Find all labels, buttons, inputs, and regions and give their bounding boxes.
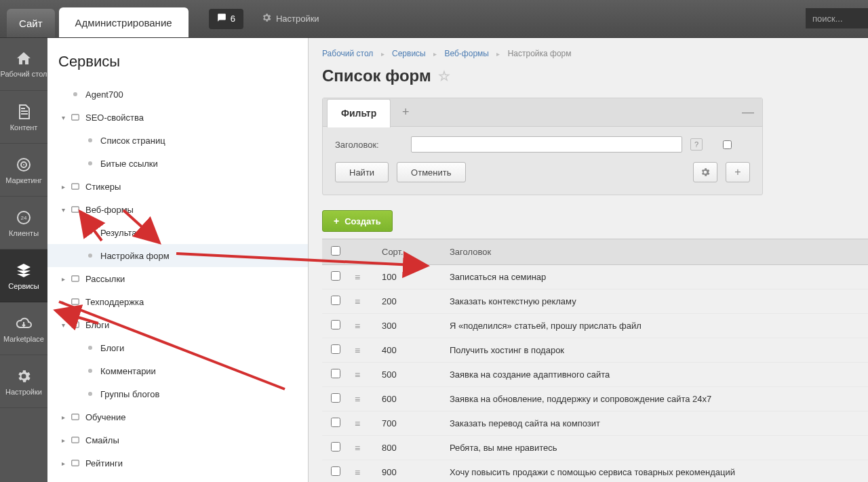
tree-item[interactable]: ▸Рейтинги <box>47 451 308 475</box>
top-settings-button[interactable]: Настройки <box>256 9 325 29</box>
folder-icon <box>71 320 80 329</box>
drag-handle-icon[interactable]: ≡ <box>355 369 359 380</box>
toggle-icon[interactable]: ▸ <box>60 183 66 190</box>
toggle-icon[interactable]: ▸ <box>60 460 66 467</box>
table-row[interactable]: ≡200Заказать контекстную рекламу <box>322 289 868 314</box>
drag-handle-icon[interactable]: ≡ <box>355 345 359 356</box>
tree-item[interactable]: Список страниц <box>47 129 308 152</box>
table-row[interactable]: ≡300Я «поделился» статьей, прошу прислат… <box>322 314 868 338</box>
row-checkbox[interactable] <box>331 296 340 305</box>
drag-handle-icon[interactable]: ≡ <box>355 272 359 283</box>
tree-item[interactable]: Комментарии <box>47 359 308 382</box>
notification-button[interactable]: 6 <box>209 9 243 29</box>
tree-item[interactable]: ▸Стикеры <box>47 175 308 198</box>
tree-item-label: Комментарии <box>100 366 156 376</box>
toggle-icon[interactable]: ▸ <box>60 437 66 444</box>
filter-checkbox[interactable] <box>723 140 732 149</box>
rail-clients[interactable]: 24 Клиенты <box>0 197 47 249</box>
table-row[interactable]: ≡900Хочу повысить продажи с помощью серв… <box>322 460 868 483</box>
rail-settings[interactable]: Настройки <box>0 355 47 408</box>
help-icon[interactable]: ? <box>690 138 703 150</box>
select-all-checkbox[interactable] <box>331 246 340 256</box>
filter-tab[interactable]: Фильтр <box>327 99 391 127</box>
tree-item-label: Группы блогов <box>100 389 159 399</box>
row-checkbox[interactable] <box>331 344 340 354</box>
toggle-icon[interactable]: ▾ <box>60 321 66 329</box>
table-row[interactable]: ≡700Заказать перевод сайта на композит <box>322 411 868 436</box>
filter-settings-button[interactable] <box>693 162 717 182</box>
tree-item-label: Рассылки <box>85 274 125 284</box>
table-row[interactable]: ≡600Заявка на обновление, поддержку и со… <box>322 387 868 411</box>
svg-rect-9 <box>72 299 79 304</box>
star-icon[interactable]: ☆ <box>438 68 450 84</box>
tree-item[interactable]: Настройка форм <box>47 244 308 267</box>
drag-handle-icon[interactable]: ≡ <box>355 296 359 307</box>
breadcrumb-link[interactable]: Веб-формы <box>444 49 489 58</box>
rail-services[interactable]: Сервисы <box>0 249 47 302</box>
tree-item[interactable]: Блоги <box>47 336 308 359</box>
table-row[interactable]: ≡500Заявка на создание адаптивного сайта <box>322 363 868 387</box>
row-checkbox[interactable] <box>331 271 340 281</box>
breadcrumb-link[interactable]: Рабочий стол <box>322 49 373 58</box>
tree-item[interactable]: ▸Обучение <box>47 405 308 428</box>
tree-item[interactable]: ▾Веб-формы <box>47 198 308 221</box>
find-button[interactable]: Найти <box>335 162 389 182</box>
add-filter-tab[interactable]: + <box>393 100 418 125</box>
drag-handle-icon[interactable]: ≡ <box>355 443 359 454</box>
toggle-icon[interactable]: ▾ <box>60 206 66 214</box>
col-title[interactable]: Заголовок <box>444 239 868 265</box>
cancel-button[interactable]: Отменить <box>397 162 465 182</box>
col-drag <box>349 239 376 265</box>
toggle-icon[interactable]: ▸ <box>60 298 66 306</box>
toggle-icon[interactable]: ▾ <box>60 114 66 121</box>
svg-rect-7 <box>72 207 79 212</box>
tree-item-label: Битые ссылки <box>100 159 158 169</box>
svg-rect-6 <box>72 184 79 189</box>
tree-item[interactable]: Результаты <box>47 221 308 244</box>
table-row[interactable]: ≡100Записаться на семинар <box>322 265 868 289</box>
tree-item[interactable]: ▾SEO-свойства <box>47 106 308 129</box>
gear-icon <box>261 12 272 25</box>
rail-content[interactable]: Контент <box>0 91 47 144</box>
search-input[interactable] <box>806 8 868 28</box>
table-row[interactable]: ≡800Ребята, вы мне нравитесь <box>322 436 868 460</box>
tree-item[interactable]: Битые ссылки <box>47 152 308 175</box>
page-title-text: Список форм <box>322 66 431 85</box>
tab-administration[interactable]: Администрирование <box>59 7 189 37</box>
tree-item-label: Смайлы <box>85 435 119 445</box>
collapse-icon[interactable]: — <box>742 105 754 119</box>
row-checkbox[interactable] <box>331 369 340 378</box>
tree-item[interactable]: ▸Техподдержка <box>47 290 308 313</box>
tree-item[interactable]: Agent700 <box>47 83 308 106</box>
tree-item[interactable]: ▸Рассылки <box>47 267 308 290</box>
drag-handle-icon[interactable]: ≡ <box>355 418 359 429</box>
tree-item[interactable]: ▸Смайлы <box>47 428 308 451</box>
row-checkbox[interactable] <box>331 393 340 403</box>
tree-item[interactable]: ▾Блоги <box>47 313 308 336</box>
table-row[interactable]: ≡400Получить хостинг в подарок <box>322 338 868 363</box>
drag-handle-icon[interactable]: ≡ <box>355 321 359 332</box>
drag-handle-icon[interactable]: ≡ <box>355 467 359 478</box>
rail-marketing[interactable]: Маркетинг <box>0 144 47 197</box>
rail-marketplace[interactable]: Marketplace <box>0 302 47 355</box>
filter-add-button[interactable]: + <box>726 162 750 182</box>
plus-icon: + <box>734 166 741 178</box>
row-checkbox[interactable] <box>331 418 340 427</box>
toggle-icon[interactable]: ▸ <box>60 414 66 421</box>
filter-title-input[interactable] <box>411 136 682 153</box>
row-checkbox[interactable] <box>331 442 340 451</box>
tree-item[interactable]: Группы блогов <box>47 382 308 405</box>
filter-tabs: Фильтр + — <box>323 98 762 127</box>
breadcrumb-link[interactable]: Сервисы <box>392 49 426 58</box>
folder-icon <box>71 297 80 306</box>
rail-desktop[interactable]: Рабочий стол <box>0 38 47 91</box>
create-button[interactable]: + Создать <box>322 210 393 232</box>
row-checkbox[interactable] <box>331 320 340 329</box>
cell-title: Я «поделился» статьей, прошу прислать фа… <box>444 314 868 338</box>
toggle-icon[interactable]: ▸ <box>60 275 66 283</box>
col-sort[interactable]: Сорт. <box>376 239 444 265</box>
row-checkbox[interactable] <box>331 466 340 476</box>
chevron-right-icon: ▸ <box>496 50 500 58</box>
tab-site[interactable]: Сайт <box>7 9 55 37</box>
drag-handle-icon[interactable]: ≡ <box>355 394 359 405</box>
